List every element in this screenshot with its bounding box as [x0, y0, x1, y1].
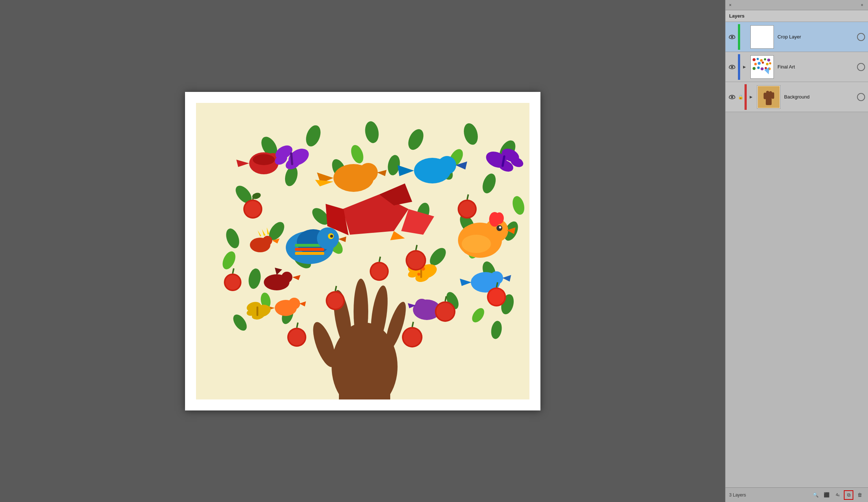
panel-close-button[interactable]: × [728, 3, 733, 8]
layer-thumbnail-crop [750, 25, 774, 49]
layer-expand-background[interactable]: ▶ [747, 93, 755, 101]
layer-expand-final-art[interactable]: ▶ [741, 63, 748, 71]
svg-point-47 [253, 154, 275, 165]
layer-row-crop[interactable]: Crop Layer [725, 22, 868, 52]
svg-point-157 [760, 59, 763, 62]
artboard-button[interactable]: ⬛ [822, 490, 831, 500]
svg-rect-66 [295, 248, 324, 251]
eye-icon-final-art [729, 65, 735, 69]
svg-point-143 [225, 275, 240, 290]
crop-thumb-content [751, 26, 773, 48]
svg-point-81 [359, 163, 378, 182]
panel-footer: 3 Layers 🔍 ⬛ 4₆ ⧉ 🗑 [725, 487, 868, 502]
svg-rect-67 [295, 252, 324, 255]
footer-actions: 🔍 ⬛ 4₆ ⧉ 🗑 [811, 490, 864, 500]
footer-layer-count: 3 Layers [729, 492, 746, 498]
svg-point-131 [407, 252, 425, 269]
svg-point-94 [288, 298, 300, 309]
layer-expand-crop [741, 33, 748, 41]
panel-titlebar: × ≡ [725, 0, 868, 10]
canvas-area [0, 0, 725, 502]
svg-point-134 [327, 293, 343, 309]
layers-panel: × ≡ Layers Crop Layer ▶ [725, 0, 868, 502]
svg-point-77 [490, 271, 503, 285]
panel-menu-button[interactable]: ≡ [858, 3, 866, 8]
artwork [196, 103, 529, 399]
delete-layer-button[interactable]: 🗑 [855, 490, 864, 500]
svg-point-124 [245, 201, 261, 217]
svg-point-71 [330, 235, 333, 238]
layer-lock-background[interactable]: 🔒 [737, 94, 744, 100]
svg-point-92 [462, 235, 491, 253]
svg-point-165 [753, 67, 756, 70]
svg-rect-173 [764, 93, 767, 99]
svg-point-166 [757, 66, 760, 69]
document-frame [185, 92, 540, 410]
svg-rect-176 [772, 92, 774, 99]
layer-visibility-background[interactable] [727, 92, 737, 102]
layer-thumbnail-final-art [750, 55, 774, 79]
layer-target-crop[interactable] [857, 33, 865, 41]
layers-list: Crop Layer ▶ [725, 22, 868, 487]
svg-point-88 [495, 212, 504, 224]
svg-point-163 [766, 63, 769, 65]
layer-target-background[interactable] [857, 93, 865, 101]
svg-point-152 [403, 328, 421, 346]
svg-point-162 [762, 62, 764, 64]
layer-thumbnail-background [757, 85, 780, 109]
svg-point-73 [438, 156, 456, 174]
svg-point-54 [281, 272, 292, 283]
svg-point-149 [289, 329, 305, 345]
svg-point-140 [488, 289, 505, 305]
svg-rect-2 [339, 378, 390, 399]
new-layer-button[interactable]: 4₆ [833, 490, 842, 500]
svg-point-146 [371, 263, 387, 279]
svg-point-128 [459, 201, 475, 217]
svg-rect-175 [769, 91, 772, 99]
layer-color-bar-final-art [738, 54, 740, 80]
layer-visibility-crop[interactable] [727, 32, 737, 42]
layer-color-bar-crop [738, 24, 740, 50]
svg-point-68 [317, 227, 339, 249]
layer-name-crop: Crop Layer [776, 34, 857, 40]
eye-icon-background [729, 95, 735, 99]
svg-point-156 [757, 58, 759, 60]
layer-color-bar-background [745, 84, 747, 110]
svg-point-117 [417, 273, 420, 276]
duplicate-layer-button[interactable]: ⧉ [844, 490, 853, 500]
panel-title: Layers [729, 13, 745, 19]
svg-rect-174 [766, 91, 769, 99]
svg-point-167 [761, 67, 764, 70]
search-layers-button[interactable]: 🔍 [811, 490, 820, 500]
panel-header: Layers [725, 10, 868, 22]
layer-target-final-art[interactable] [857, 63, 865, 71]
svg-point-91 [499, 226, 501, 228]
layer-row-final-art[interactable]: ▶ [725, 52, 868, 82]
layer-visibility-final-art[interactable] [727, 62, 737, 72]
svg-point-137 [436, 303, 454, 320]
svg-point-160 [754, 63, 757, 65]
eye-icon-crop [729, 35, 735, 39]
svg-point-164 [769, 62, 771, 64]
svg-point-5 [354, 279, 368, 345]
final-art-thumb-content [751, 56, 773, 78]
svg-point-98 [415, 299, 428, 312]
background-thumb-content [758, 86, 780, 108]
svg-point-158 [764, 58, 766, 60]
svg-point-161 [758, 62, 761, 65]
layer-name-background: Background [783, 94, 857, 100]
svg-point-159 [767, 59, 770, 62]
layer-name-final-art: Final Art [776, 64, 857, 70]
svg-point-155 [753, 58, 756, 61]
svg-rect-122 [256, 306, 258, 316]
svg-point-58 [263, 236, 272, 245]
layer-row-background[interactable]: 🔒 ▶ [725, 82, 868, 112]
